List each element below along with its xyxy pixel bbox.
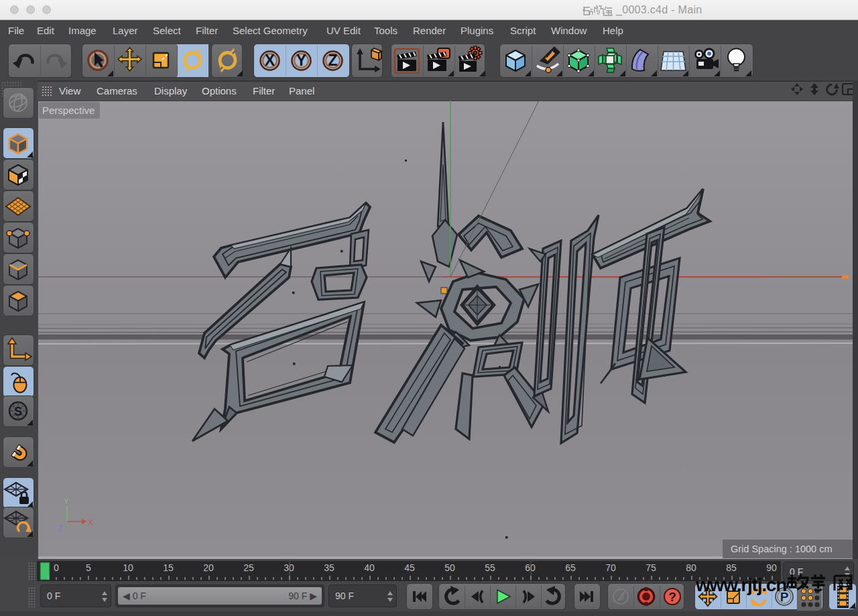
svg-text:Y: Y xyxy=(64,497,69,506)
svg-text:50: 50 xyxy=(444,562,455,573)
svg-text:55: 55 xyxy=(485,562,495,573)
svg-text:40: 40 xyxy=(364,562,375,573)
svg-text:85: 85 xyxy=(726,562,737,573)
svg-text:80: 80 xyxy=(686,562,696,573)
svg-text:X: X xyxy=(265,52,275,69)
svg-text:90: 90 xyxy=(766,562,777,573)
svg-text:75: 75 xyxy=(646,562,656,573)
svg-text:Z: Z xyxy=(328,52,337,69)
svg-text:65: 65 xyxy=(565,562,576,573)
svg-text:70: 70 xyxy=(605,562,616,573)
svg-text:5: 5 xyxy=(86,562,91,573)
svg-text:45: 45 xyxy=(404,562,415,573)
svg-text:0: 0 xyxy=(54,562,59,573)
svg-text:10: 10 xyxy=(123,562,133,573)
svg-text:30: 30 xyxy=(284,562,294,573)
svg-text:15: 15 xyxy=(163,562,174,573)
svg-text:60: 60 xyxy=(525,562,536,573)
svg-text:35: 35 xyxy=(324,562,334,573)
svg-text:Grid Spacing : 1000 cm: Grid Spacing : 1000 cm xyxy=(731,544,833,554)
svg-text:Perspective: Perspective xyxy=(42,105,95,116)
svg-text:?: ? xyxy=(668,590,676,604)
svg-text:S: S xyxy=(14,405,22,418)
svg-text:25: 25 xyxy=(243,562,254,573)
svg-text:X: X xyxy=(88,518,93,528)
svg-text:Z: Z xyxy=(58,524,62,534)
svg-text:20: 20 xyxy=(203,562,214,573)
svg-text:Y: Y xyxy=(296,52,306,69)
